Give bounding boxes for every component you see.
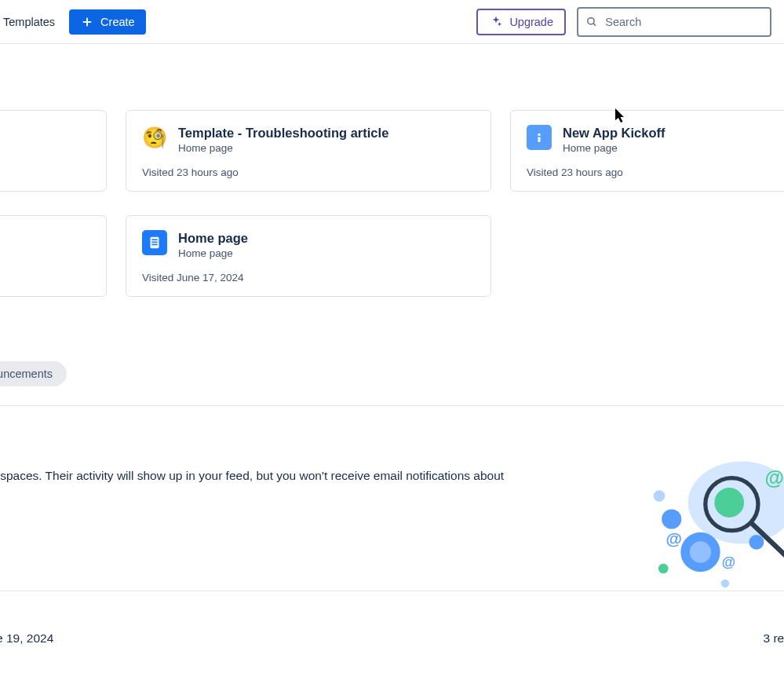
svg-point-13 [714,488,744,518]
feed-right-text: 3 rec [764,631,784,646]
card-subtitle: Home page [178,142,388,154]
card-title: Template - Troubleshooting article [178,125,388,141]
svg-point-16 [654,490,665,502]
divider [0,405,784,406]
card-title: New App Kickoff [563,125,665,141]
card-footer: Visited 23 hours ago [527,166,784,178]
svg-rect-7 [151,239,157,240]
svg-point-12 [690,541,711,562]
recent-card-troubleshooting[interactable]: 🧐 Template - Troubleshooting article Hom… [126,110,491,192]
tab-announcements[interactable]: ouncements [0,361,67,386]
search-icon [586,16,597,28]
card-subtitle: Home page [178,247,248,259]
top-navigation: Templates Create Upgrade [0,0,784,44]
templates-link[interactable]: Templates [0,11,58,33]
divider [0,591,784,591]
recent-card-kickoff[interactable]: New App Kickoff Home page Visited 23 hou… [510,110,784,192]
svg-point-18 [721,580,730,588]
sparkle-icon [489,15,503,29]
svg-point-15 [749,535,764,550]
svg-point-14 [662,509,681,529]
svg-rect-8 [151,242,157,243]
plus-icon [80,15,94,29]
emoji-icon: 🧐 [142,125,167,150]
search-input[interactable] [605,16,762,28]
upgrade-button[interactable]: Upgrade [476,9,566,35]
svg-rect-5 [538,137,540,142]
create-button[interactable]: Create [69,9,146,35]
recent-card[interactable] [0,215,107,297]
info-icon [527,125,552,150]
upgrade-button-label: Upgrade [509,16,553,28]
svg-text:@: @ [722,554,735,570]
card-footer: Visited 23 hours ago [142,166,475,178]
card-title: Home page [178,230,248,247]
svg-point-2 [588,17,594,24]
create-button-label: Create [100,16,135,28]
svg-line-3 [593,23,596,25]
feed-date: June 19, 2024 [0,631,53,646]
svg-text:@: @ [764,466,784,488]
svg-text:@: @ [665,529,681,547]
discovery-illustration: @ @ @ [643,437,784,602]
svg-point-17 [658,564,669,574]
search-container[interactable] [577,7,771,37]
feed-description: and spaces. Their activity will show up … [0,466,596,485]
recent-cards-row-1: 🧐 Template - Troubleshooting article Hom… [0,110,784,192]
recent-card-homepage[interactable]: Home page Home page Visited June 17, 202… [126,215,491,297]
svg-rect-4 [538,134,540,136]
svg-rect-9 [151,244,157,246]
recent-card[interactable] [0,110,107,192]
card-footer: Visited June 17, 2024 [142,272,475,283]
recent-cards-row-2: Home page Home page Visited June 17, 202… [0,215,491,297]
document-icon [142,230,167,255]
card-subtitle: Home page [563,142,665,154]
